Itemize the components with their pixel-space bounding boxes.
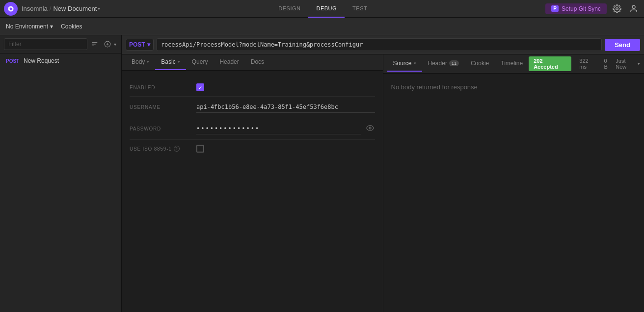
toggle-password-button[interactable] bbox=[365, 123, 375, 134]
iso-value bbox=[196, 145, 375, 153]
env-chevron-icon: ▾ bbox=[50, 23, 53, 30]
left-panel: Body ▾ Basic ▾ Query Header Docs bbox=[122, 54, 383, 312]
status-badge: 202 Accepted bbox=[529, 56, 571, 71]
iso-label: USE ISO 8859-1 ? bbox=[130, 146, 188, 152]
source-tab-arrow: ▾ bbox=[414, 61, 416, 66]
response-tabs-row: Source ▾ Header 11 Cookie Timeline 202 A bbox=[383, 54, 644, 74]
main-layout: ▾ POST New Request POST ▾ Send bbox=[0, 35, 644, 312]
username-label: USERNAME bbox=[130, 104, 188, 110]
iso-checkbox[interactable] bbox=[196, 145, 204, 153]
env-selector[interactable]: No Environment ▾ bbox=[6, 23, 53, 30]
svg-point-3 bbox=[632, 5, 635, 8]
request-panel: POST ▾ Send Body ▾ Basic ▾ bbox=[122, 35, 644, 312]
tab-source[interactable]: Source ▾ bbox=[387, 56, 422, 72]
enabled-checkbox[interactable]: ✓ bbox=[196, 83, 204, 91]
tab-design[interactable]: DESIGN bbox=[270, 0, 308, 18]
env-bar: No Environment ▾ Cookies bbox=[0, 18, 644, 35]
right-panel: Source ▾ Header 11 Cookie Timeline 202 A bbox=[383, 54, 644, 312]
app-name: Insomnia bbox=[22, 5, 48, 12]
enabled-value: ✓ bbox=[196, 83, 375, 91]
tab-basic[interactable]: Basic ▾ bbox=[155, 54, 186, 70]
tab-docs[interactable]: Docs bbox=[245, 54, 270, 70]
request-tabs: Body ▾ Basic ▾ Query Header Docs bbox=[122, 54, 383, 71]
tab-debug[interactable]: DEBUG bbox=[308, 0, 345, 18]
svg-point-1 bbox=[10, 7, 12, 10]
request-name: New Request bbox=[24, 57, 59, 64]
top-bar: Insomnia / New Document ▾ DESIGN DEBUG T… bbox=[0, 0, 644, 18]
password-label: PASSWORD bbox=[130, 126, 188, 131]
user-button[interactable] bbox=[627, 2, 640, 15]
tab-body[interactable]: Body ▾ bbox=[126, 54, 155, 70]
timing-badge: 322 ms bbox=[575, 58, 600, 70]
response-meta: 202 Accepted 322 ms 0 B Just Now ▾ bbox=[529, 54, 640, 73]
method-select[interactable]: POST ▾ bbox=[126, 39, 154, 51]
document-name[interactable]: New Document ▾ bbox=[53, 5, 100, 12]
time-indicator: Just Now ▾ bbox=[616, 58, 640, 70]
iso-help-icon[interactable]: ? bbox=[174, 146, 180, 152]
username-input[interactable] bbox=[196, 102, 375, 113]
time-chevron-icon: ▾ bbox=[638, 61, 640, 66]
password-input-row bbox=[196, 123, 375, 134]
svg-point-2 bbox=[616, 7, 618, 10]
basic-tab-arrow: ▾ bbox=[178, 59, 180, 64]
username-row: USERNAME bbox=[130, 97, 375, 118]
tab-cookie[interactable]: Cookie bbox=[465, 56, 495, 72]
tab-response-header[interactable]: Header 11 bbox=[422, 56, 465, 72]
body-tab-arrow: ▾ bbox=[147, 59, 149, 64]
add-request-button[interactable] bbox=[102, 39, 113, 50]
settings-button[interactable] bbox=[611, 2, 623, 15]
filter-input[interactable] bbox=[4, 38, 87, 50]
method-chevron-icon: ▾ bbox=[147, 41, 150, 48]
git-sync-button[interactable]: P Setup Git Sync bbox=[545, 3, 607, 14]
url-input[interactable] bbox=[157, 38, 602, 51]
iso-row: USE ISO 8859-1 ? bbox=[130, 140, 375, 157]
add-request-dropdown-button[interactable]: ▾ bbox=[113, 40, 117, 49]
breadcrumb: Insomnia / New Document ▾ bbox=[22, 5, 100, 12]
sidebar: ▾ POST New Request bbox=[0, 35, 122, 312]
header-badge: 11 bbox=[449, 60, 459, 66]
no-body-message: No body returned for response bbox=[391, 83, 478, 91]
top-tabs: DESIGN DEBUG TEST bbox=[100, 0, 545, 18]
basic-auth-form: ENABLED ✓ USERNAME PASSWORD bbox=[122, 71, 383, 165]
password-row: PASSWORD bbox=[130, 118, 375, 140]
tab-header[interactable]: Header bbox=[214, 54, 244, 70]
response-body: No body returned for response bbox=[383, 74, 644, 101]
env-label: No Environment bbox=[6, 23, 48, 30]
git-sync-label: Setup Git Sync bbox=[562, 5, 601, 12]
password-input[interactable] bbox=[196, 123, 361, 134]
sidebar-filter-row: ▾ bbox=[0, 35, 121, 53]
tab-query[interactable]: Query bbox=[186, 54, 214, 70]
password-value bbox=[196, 123, 375, 134]
send-button[interactable]: Send bbox=[605, 39, 640, 51]
username-value bbox=[196, 102, 375, 113]
enabled-label: ENABLED bbox=[130, 85, 188, 90]
top-bar-right: P Setup Git Sync bbox=[545, 2, 640, 15]
tab-test[interactable]: TEST bbox=[345, 0, 375, 18]
panels-container: Body ▾ Basic ▾ Query Header Docs bbox=[122, 54, 644, 312]
tab-timeline[interactable]: Timeline bbox=[495, 56, 529, 72]
git-p-icon: P bbox=[551, 5, 559, 12]
breadcrumb-separator: / bbox=[50, 5, 52, 12]
sidebar-item-new-request[interactable]: POST New Request bbox=[0, 53, 121, 68]
cookies-button[interactable]: Cookies bbox=[61, 23, 82, 30]
enabled-row: ENABLED ✓ bbox=[130, 78, 375, 97]
url-bar: POST ▾ Send bbox=[122, 35, 644, 54]
method-badge: POST bbox=[6, 58, 20, 64]
method-label: POST bbox=[129, 41, 145, 48]
size-badge: 0 B bbox=[600, 58, 616, 70]
add-button-group: ▾ bbox=[102, 39, 117, 50]
app-logo bbox=[4, 2, 18, 16]
sort-button[interactable] bbox=[89, 39, 100, 50]
svg-point-10 bbox=[369, 127, 371, 129]
